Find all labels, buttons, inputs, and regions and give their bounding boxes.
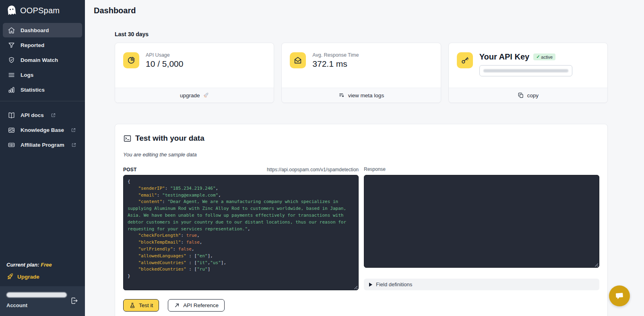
logo-text: OOPSpam [20,6,60,15]
sidebar-divider [0,101,85,101]
sidebar-external-nav: API docs Knowledge Base Affiliate Progra… [0,107,85,152]
external-link-icon [51,113,56,118]
expand-arrow-icon [369,283,372,287]
envelope-open-icon [290,52,306,68]
arrow-up-right-icon [174,302,180,308]
sidebar-item-label: Reported [21,42,44,48]
banknote-icon [8,141,15,149]
sidebar-item-statistics[interactable]: Statistics [3,82,82,97]
sidebar-item-label: Logs [21,72,33,78]
current-plan: Current plan: Free [0,262,85,268]
page-title: Dashboard [85,0,644,15]
status-badge-label: active [541,55,553,60]
external-link-icon [71,142,76,148]
copy-action[interactable]: copy [449,88,607,103]
copy-label: copy [527,92,539,98]
home-icon [8,27,15,34]
bar-chart-icon [8,86,15,94]
inbox-icon [8,126,15,134]
response-output[interactable] [364,175,599,268]
sidebar: OOPSpam Dashboard Reported Domain Watch … [0,0,85,316]
logout-icon[interactable] [70,297,78,305]
view-meta-logs-label: view meta logs [348,92,384,98]
upgrade-action-label: upgrade [180,92,200,98]
sidebar-item-reported[interactable]: Reported [3,38,82,52]
test-it-button[interactable]: Test it [123,299,159,312]
view-meta-logs-action[interactable]: view meta logs [282,88,440,103]
api-key-title: Your API Key [479,52,529,62]
api-reference-button[interactable]: API Reference [168,299,225,312]
account-link[interactable]: Account [6,302,78,308]
status-badge: ✓ active [533,53,555,60]
terminal-icon [123,134,132,143]
sidebar-item-label: API docs [21,112,44,118]
sidebar-item-api-docs[interactable]: API docs [3,108,82,122]
card-label: API Usage [146,52,183,58]
api-key-card: Your API Key ✓ active [448,43,608,103]
api-key-field[interactable] [479,65,572,76]
sidebar-item-label: Affiliate Program [21,142,64,148]
book-icon [8,111,15,119]
method-label: POST [123,167,136,172]
logo: OOPSpam [0,0,85,20]
chat-bubble-icon [614,290,625,302]
endpoint-url: https://api.oopspam.com/v1/spamdetection [267,167,359,172]
stats-cards: API Usage 10 / 5,000 upgrade [115,43,608,103]
main-content: Dashboard Last 30 days API Usage 10 / 5,… [85,0,644,316]
rocket-emoji-icon [203,92,209,98]
test-panel-title: Test with your data [135,134,204,143]
sample-data-note: You are editing the sample data [123,152,599,158]
sidebar-item-knowledge-base[interactable]: Knowledge Base [3,123,82,137]
sidebar-item-label: Knowledge Base [21,127,64,133]
app-root: OOPSpam Dashboard Reported Domain Watch … [0,0,644,316]
period-label: Last 30 days [115,31,608,37]
upgrade-label: Upgrade [17,274,39,280]
api-usage-card: API Usage 10 / 5,000 upgrade [115,43,274,103]
current-plan-prefix: Current plan: [6,262,39,268]
field-definitions-label: Field definitions [376,281,412,287]
chat-widget-button[interactable] [609,285,630,306]
api-reference-label: API Reference [183,302,219,308]
field-definitions-toggle[interactable]: Field definitions [364,279,599,290]
sidebar-item-label: Domain Watch [21,57,58,63]
current-plan-value: Free [41,262,52,268]
upgrade-action[interactable]: upgrade [115,88,274,103]
ghost-logo-icon [5,4,19,17]
upgrade-link[interactable]: Upgrade [0,273,85,280]
check-icon: ✓ [536,54,540,60]
sidebar-item-domain-watch[interactable]: Domain Watch [3,53,82,67]
request-code[interactable]: { "senderIP": "185.234.219.246", "email"… [124,175,358,283]
sidebar-item-dashboard[interactable]: Dashboard [3,23,82,37]
response-label: Response [364,166,386,172]
sidebar-nav: Dashboard Reported Domain Watch Logs Sta… [0,23,85,97]
sidebar-item-logs[interactable]: Logs [3,68,82,82]
card-value: 372.1 ms [312,59,359,69]
sidebar-item-affiliate-program[interactable]: Affiliate Program [3,137,82,152]
response-time-card: Avg. Response Time 372.1 ms view meta lo… [281,43,441,103]
request-editor[interactable]: { "senderIP": "185.234.219.246", "email"… [123,175,359,290]
key-icon [457,52,473,68]
sidebar-item-label: Dashboard [21,27,49,33]
api-key-redacted-value [483,69,568,72]
account-panel: Account [0,286,85,316]
funnel-icon [8,41,15,49]
external-link-icon [71,127,76,133]
resize-handle[interactable] [594,262,598,267]
copy-icon [518,92,524,98]
card-label: Avg. Response Time [312,52,359,58]
menu-lines-icon [8,71,15,79]
meta-logs-icon [339,92,345,98]
shield-check-icon [8,56,15,64]
test-it-label: Test it [139,302,153,308]
resize-handle[interactable] [353,285,357,289]
test-panel: Test with your data You are editing the … [115,124,608,316]
account-email-redacted [6,292,67,298]
card-value: 10 / 5,000 [146,59,183,69]
sidebar-item-label: Statistics [21,87,45,93]
rocket-icon [6,273,14,280]
pie-chart-icon [123,52,139,68]
flask-icon [129,302,136,309]
